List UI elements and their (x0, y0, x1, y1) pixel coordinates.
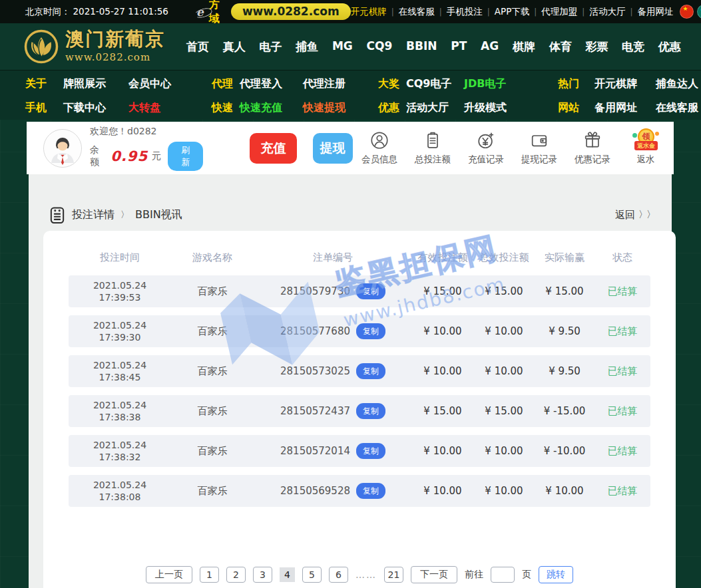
copy-button[interactable]: 复制 (356, 483, 385, 499)
avatar[interactable] (43, 129, 82, 168)
quick-icon-total-bets[interactable]: 总投注额 (406, 130, 459, 166)
nav-item-11[interactable]: 体育 (549, 39, 572, 55)
win-loss-cell: ¥ 9.50 (535, 325, 594, 337)
nav-item-8[interactable]: PT (451, 39, 467, 55)
page-number-6[interactable]: 6 (329, 567, 348, 583)
page-ellipsis: …… (355, 569, 377, 580)
refresh-button[interactable]: 刷新 (168, 142, 203, 171)
nav-item-3[interactable]: 电子 (259, 39, 282, 55)
back-link[interactable]: 返回 〉〉 (615, 209, 654, 221)
next-page-button[interactable]: 下一页 (411, 566, 457, 583)
nav-item-1[interactable]: 首页 (186, 39, 209, 55)
quick-icon-rebate[interactable]: 领返水金返水 (619, 130, 672, 166)
withdraw-button[interactable]: 提现 (313, 133, 353, 164)
sub-nav-link-1-8[interactable]: CQ9电子 (406, 77, 464, 91)
sub-nav-link-2-2[interactable]: 下载中心 (63, 101, 128, 115)
sub-nav-link-1-2[interactable]: 牌照展示 (63, 77, 128, 91)
sub-nav: 关于牌照展示会员中心代理代理登入代理注册大奖CQ9电子JDB电子热门开元棋牌捕鱼… (0, 70, 701, 120)
sub-nav-row-2: 手机下载中心大转盘快速快速充值快速提现优惠活动大厅升级模式网站备用网址在线客服 (0, 96, 701, 120)
sub-nav-link-1-11[interactable]: 开元棋牌 (594, 77, 656, 91)
nav-item-13[interactable]: 电竞 (622, 39, 644, 55)
jump-button[interactable]: 跳转 (539, 566, 573, 583)
column-header-2: 游戏名称 (171, 251, 254, 264)
topbar-link-1[interactable]: 开元棋牌 (351, 6, 387, 18)
page-number-3[interactable]: 3 (253, 567, 272, 583)
official-domain-pill[interactable]: www.0282.com (231, 3, 351, 20)
bet-date: 2021.05.24 (69, 439, 171, 451)
separator: | (582, 7, 584, 17)
prev-page-button[interactable]: 上一页 (146, 566, 192, 583)
nav-item-9[interactable]: AG (481, 39, 499, 55)
topbar-link-2[interactable]: 在线客服 (399, 6, 435, 18)
topbar-link-5[interactable]: 代理加盟 (541, 6, 577, 18)
deposit-button[interactable]: 充值 (250, 133, 296, 164)
breadcrumb: 投注详情 〉 BBIN视讯 返回 〉〉 (50, 203, 654, 227)
beijing-time: 北京时间： 2021-05-27 11:01:56 (25, 6, 168, 18)
sub-nav-link-2-11[interactable]: 备用网址 (594, 101, 656, 115)
quick-icon-label: 提现记录 (521, 154, 557, 166)
page-number-2[interactable]: 2 (226, 567, 246, 583)
copy-button[interactable]: 复制 (356, 403, 385, 419)
valid-bet-cell: ¥ 10.00 (412, 485, 473, 497)
page: 北京时间： 2021-05-27 11:01:56 e 官方域名 www.028… (0, 0, 701, 588)
nav-item-5[interactable]: MG (332, 39, 353, 55)
sub-nav-label-2-10: 网站 (558, 101, 594, 115)
game-name-cell: 百家乐 (171, 365, 254, 378)
sub-nav-link-1-3[interactable]: 会员中心 (128, 77, 212, 91)
game-name-cell: 百家乐 (171, 485, 254, 498)
column-header-1: 投注时间 (69, 251, 171, 264)
copy-button[interactable]: 复制 (356, 323, 385, 339)
column-header-3: 注单编号 (254, 251, 412, 264)
quick-icon-withdraw-records[interactable]: 提现记录 (513, 130, 566, 166)
macau-flag-icon[interactable]: ❀ (697, 5, 701, 19)
quick-icon-promo-records[interactable]: 优惠记录 (566, 130, 619, 166)
site-logo[interactable]: 澳门新葡京 www.0282.com (24, 29, 165, 64)
sub-nav-link-1-5[interactable]: 代理登入 (240, 77, 303, 91)
sub-nav-link-2-12[interactable]: 在线客服 (656, 101, 701, 115)
nav-item-6[interactable]: CQ9 (367, 39, 393, 55)
topbar-link-6[interactable]: 活动大厅 (589, 6, 625, 18)
total-bet-cell: ¥ 10.00 (473, 445, 535, 457)
sub-nav-link-1-12[interactable]: 捕鱼达人 (656, 77, 701, 91)
valid-bet-cell: ¥ 15.00 (412, 405, 473, 417)
copy-button[interactable]: 复制 (356, 283, 385, 299)
topbar-link-7[interactable]: 备用网址 (637, 6, 673, 18)
quick-icon-deposit-records[interactable]: 充值记录 (459, 130, 513, 166)
sub-nav-link-2-3[interactable]: 大转盘 (128, 101, 212, 115)
sub-nav-link-1-6[interactable]: 代理注册 (303, 77, 378, 91)
topbar-link-3[interactable]: 手机投注 (447, 6, 483, 18)
nav-item-14[interactable]: 优惠 (658, 39, 681, 55)
nav-item-4[interactable]: 捕鱼 (296, 39, 318, 55)
page-number-21[interactable]: 21 (384, 567, 403, 583)
copy-button[interactable]: 复制 (356, 363, 385, 379)
bet-time-cell: 2021.05.2417:39:53 (69, 279, 171, 303)
china-flag-icon[interactable]: ★ (680, 5, 694, 19)
page-number-5[interactable]: 5 (302, 567, 322, 583)
quick-icons: 会员信息总投注额充值记录提现记录优惠记录领返水金返水 (353, 130, 674, 166)
nav-item-2[interactable]: 真人 (223, 39, 246, 55)
bet-time-cell: 2021.05.2417:39:30 (69, 319, 171, 343)
sub-nav-link-2-5[interactable]: 快速充值 (240, 101, 303, 115)
copy-button[interactable]: 复制 (356, 443, 385, 459)
nav-item-7[interactable]: BBIN (406, 39, 437, 55)
total-bet-cell: ¥ 15.00 (473, 285, 535, 297)
table-row: 2021.05.2417:38:32百家乐28150572014复制¥ 10.0… (69, 435, 650, 467)
sub-nav-link-2-6[interactable]: 快速提现 (303, 101, 378, 115)
goto-page-input[interactable] (491, 567, 515, 583)
logo-text: 澳门新葡京 www.0282.com (65, 30, 165, 63)
bet-time-cell: 2021.05.2417:38:45 (69, 359, 171, 383)
nav-item-12[interactable]: 彩票 (585, 39, 608, 55)
table-rows: 2021.05.2417:39:53百家乐28150579730复制¥ 15.0… (43, 275, 676, 507)
ie-browser-icon: e (196, 5, 204, 19)
sub-nav-link-1-9[interactable]: JDB电子 (464, 77, 558, 91)
topbar-link-4[interactable]: APP下载 (495, 6, 530, 18)
bet-id-cell: 28150573025复制 (254, 363, 412, 379)
bet-id-value: 28150572014 (280, 445, 350, 457)
sub-nav-link-2-8[interactable]: 活动大厅 (406, 101, 464, 115)
quick-icon-member-info[interactable]: 会员信息 (353, 130, 406, 166)
nav-item-10[interactable]: 棋牌 (513, 39, 535, 55)
avatar-person-icon (44, 130, 81, 167)
balance-line: 余额 0.95 元 刷新 (90, 142, 203, 171)
page-number-1[interactable]: 1 (200, 567, 219, 583)
sub-nav-link-2-9[interactable]: 升级模式 (464, 101, 558, 115)
